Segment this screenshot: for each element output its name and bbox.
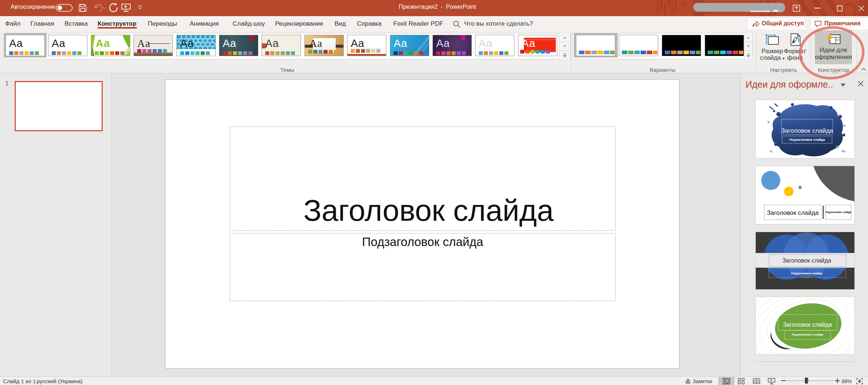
svg-text:Заголовок слайда: Заголовок слайда xyxy=(767,209,819,216)
svg-text:Заголовок слайда: Заголовок слайда xyxy=(783,322,832,328)
svg-text:Подзаголовок слайда: Подзаголовок слайда xyxy=(789,138,825,142)
svg-text:Заголовок слайда: Заголовок слайда xyxy=(782,257,831,264)
svg-text:Подзаголовок слайда: Подзаголовок слайда xyxy=(825,211,851,214)
svg-text:Заголовок слайда: Заголовок слайда xyxy=(781,127,833,134)
svg-text:Подзаголовок слайда: Подзаголовок слайда xyxy=(792,333,824,336)
svg-text:Подзаголовок слайда: Подзаголовок слайда xyxy=(791,272,823,275)
